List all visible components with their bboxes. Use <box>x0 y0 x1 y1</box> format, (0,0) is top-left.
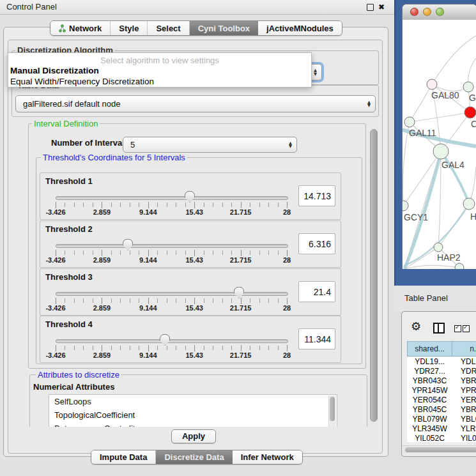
table-row[interactable]: YBL079WYBL0 <box>407 414 476 424</box>
float-window-icon[interactable] <box>367 4 374 11</box>
dropdown-option-manual-discretization[interactable]: Manual Discretization <box>10 66 99 75</box>
checkbox-icon-1[interactable] <box>454 325 461 332</box>
traffic-light-close-icon[interactable] <box>410 8 418 16</box>
table-cell[interactable]: YDR2 <box>452 367 476 376</box>
table-data-combobox[interactable]: galFiltered.sif default node <box>15 95 376 112</box>
table-cell[interactable]: YBL079W <box>407 415 452 424</box>
attributes-group-label: Attributes to discretize <box>36 370 121 380</box>
table-cell[interactable]: YBR045C <box>407 405 452 414</box>
horizontal-scrollbar[interactable] <box>402 445 476 454</box>
threshold-value-box[interactable]: 21.4 <box>298 281 335 302</box>
table-row[interactable]: YPR145WYPR1 <box>407 385 476 395</box>
slider-thumb[interactable] <box>123 239 133 250</box>
tick-label: -3.426 <box>45 351 65 359</box>
table-cell[interactable]: YLR3 <box>452 424 476 433</box>
table-cell[interactable]: YER054C <box>407 395 452 404</box>
table-row[interactable]: YBR045CYBR0 <box>407 404 476 414</box>
network-node-gcy1[interactable] <box>403 201 408 211</box>
attributes-list[interactable]: SelfLoopsTopologicalCoefficientBetweenne… <box>49 394 337 427</box>
apply-button[interactable]: Apply <box>171 429 216 443</box>
table-row[interactable]: YLR345WYLR3 <box>407 424 476 433</box>
slider-track[interactable] <box>56 339 288 343</box>
vertical-scrollbar-thumb[interactable] <box>370 129 378 422</box>
split-view-icon[interactable] <box>433 323 445 334</box>
network-node-gal11[interactable] <box>404 117 415 127</box>
table-row[interactable]: YBR043CYBR0 <box>407 376 476 385</box>
slider-track[interactable] <box>56 292 288 296</box>
settings-gear-icon[interactable] <box>411 319 421 333</box>
threshold-label: Threshold 4 <box>45 319 93 329</box>
slider-thumb[interactable] <box>185 191 195 203</box>
table-cell[interactable]: YDR27... <box>407 367 452 376</box>
close-icon[interactable] <box>378 2 385 12</box>
checkbox-icon-2[interactable] <box>463 325 470 332</box>
network-node-ga[interactable] <box>463 82 473 92</box>
slider-track[interactable] <box>56 196 288 200</box>
table-row[interactable]: YIL052CYIL0 <box>407 433 476 442</box>
network-node-gal80[interactable] <box>427 79 437 89</box>
table-cell[interactable]: YIL052C <box>407 434 452 443</box>
bottom-tab-impute-data[interactable]: Impute Data <box>91 450 155 464</box>
network-node-hap2[interactable] <box>434 243 443 252</box>
table-cell[interactable]: YPR145W <box>407 386 452 395</box>
tab-jactivemnodules[interactable]: jActiveMNodules <box>258 21 342 35</box>
tab-label: Discretize Data <box>164 452 224 462</box>
attribute-item-betweennesscentrality[interactable]: BetweennessCentrality <box>49 422 337 427</box>
network-node-h[interactable] <box>463 198 475 210</box>
number-of-intervals-combobox[interactable]: 5 <box>123 137 297 153</box>
slider-track[interactable] <box>56 244 288 248</box>
major-tick <box>102 345 102 351</box>
bottom-tab-discretize-data[interactable]: Discretize Data <box>155 450 232 464</box>
table-row[interactable]: YDL19...YDL1 <box>407 357 476 366</box>
table-cell[interactable]: YBR0 <box>452 405 476 414</box>
network-edge[interactable] <box>410 112 470 122</box>
threshold-value-box[interactable]: 11.344 <box>298 328 335 349</box>
slider-thumb[interactable] <box>234 287 244 298</box>
tick-label: 21.715 <box>230 304 252 312</box>
table-cell[interactable]: YDL19... <box>407 357 452 366</box>
tab-cyni-toolbox[interactable]: Cyni Toolbox <box>189 21 258 35</box>
traffic-light-zoom-icon[interactable] <box>436 8 444 16</box>
table-cell[interactable]: YPR1 <box>452 386 476 395</box>
network-canvas[interactable]: GAL80GACGAL11GAL4GCY1HHAP2 <box>403 20 476 269</box>
node-label: C <box>471 119 476 129</box>
attributes-list-scrollbar[interactable] <box>328 395 336 427</box>
threshold-value-box[interactable]: 14.713 <box>298 185 335 206</box>
table-cell[interactable]: YLR345W <box>407 424 452 433</box>
dropdown-option-equal-width-frequency[interactable]: Equal Width/Frequency Discretization <box>10 77 154 86</box>
table-header-cell-name[interactable]: n... <box>452 341 476 357</box>
tab-label: Network <box>69 24 102 33</box>
major-tick <box>241 298 242 304</box>
table-header-cell-shared[interactable]: shared... <box>407 341 452 357</box>
tab-network[interactable]: Network <box>50 21 110 35</box>
table-row[interactable]: YDR27...YDR2 <box>407 366 476 376</box>
tab-style[interactable]: Style <box>110 21 147 35</box>
tab-label: jActiveMNodules <box>266 24 334 33</box>
table-cell[interactable]: YIL0 <box>452 434 476 443</box>
network-node[interactable] <box>455 263 464 269</box>
table-row[interactable]: YER054CYER0 <box>407 395 476 404</box>
table-cell[interactable]: YBR0 <box>452 376 476 385</box>
network-edge[interactable] <box>432 36 476 84</box>
horizontal-scrollbar-thumb[interactable] <box>405 447 476 452</box>
table-cell[interactable]: YBL0 <box>452 415 476 424</box>
traffic-light-minimize-icon[interactable] <box>423 8 431 16</box>
network-edge[interactable] <box>404 265 459 269</box>
table-cell[interactable]: YBR043C <box>407 376 452 385</box>
attribute-item-selfloops[interactable]: SelfLoops <box>49 395 337 408</box>
network-window[interactable]: GAL80GACGAL11GAL4GCY1HHAP2 <box>402 4 476 269</box>
network-node-c[interactable] <box>464 107 476 118</box>
bottom-tab-infer-network[interactable]: Infer Network <box>233 450 302 464</box>
network-window-titlebar[interactable] <box>403 4 476 20</box>
network-edge[interactable] <box>410 84 432 122</box>
slider-thumb[interactable] <box>160 334 170 346</box>
threshold-value-box[interactable]: 6.316 <box>298 233 335 254</box>
network-node-gal4[interactable] <box>433 144 449 159</box>
table-cell[interactable]: YDL1 <box>452 357 476 366</box>
slider-ticks <box>56 203 288 207</box>
vertical-scrollbar[interactable] <box>369 119 378 427</box>
table-cell[interactable]: YER0 <box>452 395 476 404</box>
major-tick <box>148 250 149 256</box>
tab-select[interactable]: Select <box>147 21 188 35</box>
attribute-item-topologicalcoefficient[interactable]: TopologicalCoefficient <box>49 408 337 422</box>
